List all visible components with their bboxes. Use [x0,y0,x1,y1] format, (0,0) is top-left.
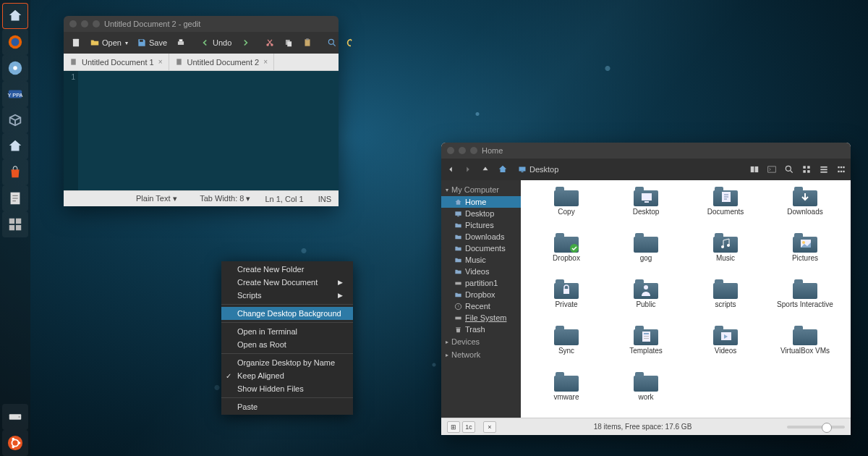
tab-width[interactable]: Tab Width: 8 ▾ [200,194,250,203]
launcher-virtualbox[interactable] [2,107,28,133]
sidebar-item[interactable]: Videos [441,266,521,277]
file-item[interactable]: Desktop [606,187,686,231]
undo-button[interactable]: Undo [197,36,234,49]
minimize-icon[interactable] [81,20,88,28]
fm-titlebar[interactable]: Home [441,143,851,159]
launcher-workspace-switcher[interactable] [2,211,28,237]
file-item[interactable]: Dropbox [527,234,606,277]
cut-button[interactable] [262,36,278,49]
menu-item[interactable]: Keep Aligned [221,369,353,382]
zoom-slider[interactable] [787,426,845,428]
maximize-icon[interactable] [470,147,477,154]
file-item[interactable]: Templates [606,326,686,370]
sidebar-item[interactable]: Desktop [441,208,521,219]
new-doc-button[interactable] [68,36,84,49]
sidebar-item[interactable]: Downloads [441,231,521,242]
tree-toggle[interactable]: 1c [462,421,475,433]
file-item[interactable]: Sports Interactive [765,280,845,324]
sidebar-item[interactable]: Pictures [441,219,521,231]
sidebar-section-header[interactable]: Network [441,348,521,361]
launcher-software-center[interactable] [2,159,28,185]
file-item[interactable]: Videos [686,326,765,370]
toggle-pane-icon[interactable] [749,164,760,174]
back-button[interactable] [446,164,456,174]
launcher-disc-app[interactable] [2,55,28,81]
menu-item[interactable]: Open in Terminal [221,325,353,338]
sidebar-item[interactable]: Home [441,196,521,208]
sidebar-item[interactable]: Recent [441,300,521,312]
menu-item[interactable]: Change Desktop Background [221,307,353,320]
up-button[interactable] [480,164,490,174]
file-item[interactable]: Documents [686,187,765,231]
open-button[interactable]: Open▾ [87,36,131,49]
compact-view-button[interactable] [836,164,846,174]
redo-button[interactable] [237,36,253,49]
sidebar-item[interactable]: partition1 [441,277,521,289]
launcher-drive[interactable] [2,404,28,430]
fm-icon-view[interactable]: CopyDesktopDocumentsDownloadsDropboxgogM… [521,180,851,418]
sidebar-item[interactable]: Music [441,254,521,266]
editor-area[interactable]: 1 [64,71,339,190]
editor-tab[interactable]: Untitled Document 2× [169,54,275,70]
paste-button[interactable] [299,36,315,49]
print-button[interactable] [173,36,189,49]
svg-rect-37 [803,166,806,169]
sidebar-section-header[interactable]: My Computer [441,183,521,196]
menu-item[interactable]: Paste [221,400,353,413]
editor-tab[interactable]: Untitled Document 1× [64,54,169,70]
save-button[interactable]: Save [134,36,170,49]
sidebar-item[interactable]: Documents [441,242,521,254]
file-item[interactable]: gog [606,234,686,277]
syntax-mode[interactable]: Plain Text ▾ [136,194,177,203]
launcher-firefox[interactable] [2,29,28,55]
close-icon[interactable] [69,20,77,28]
gedit-titlebar[interactable]: Untitled Document 2 - gedit [64,16,339,32]
list-view-button[interactable] [819,164,829,174]
svg-point-60 [721,245,724,248]
folder-icon [634,373,658,392]
forward-button[interactable] [463,164,473,174]
sidebar-section-header[interactable]: Devices [441,335,521,348]
menu-item[interactable]: Open as Root [221,338,353,351]
copy-button[interactable] [281,36,297,49]
launcher-yppa[interactable]: Y PPA [2,81,28,107]
menu-item[interactable]: Create New Document▶ [221,276,353,289]
close-pane[interactable]: × [483,421,496,433]
file-item[interactable]: Pictures [765,234,845,277]
file-item[interactable]: Copy [527,187,606,231]
file-item[interactable]: scripts [686,280,765,324]
replace-button[interactable] [343,36,359,49]
sidebar-item[interactable]: Trash [441,324,521,335]
menu-item[interactable]: Create New Folder [221,263,353,276]
sidebar-item[interactable]: File System [441,312,521,324]
find-button[interactable] [324,36,340,49]
home-button[interactable] [498,164,508,174]
launcher-ubuntu-dash[interactable] [2,430,28,456]
file-item[interactable]: Downloads [765,187,845,231]
minimize-icon[interactable] [459,147,466,154]
search-icon[interactable] [784,164,794,174]
file-item[interactable]: VirtualBox VMs [765,326,845,370]
close-icon[interactable] [447,147,454,154]
menu-item[interactable]: Show Hidden Files [221,382,353,395]
icon-view-button[interactable] [801,164,812,174]
close-tab-icon[interactable]: × [158,58,163,66]
launcher-home-alt[interactable] [2,133,28,159]
file-item[interactable]: Private [527,280,606,324]
path-bar[interactable]: Desktop [518,165,558,174]
file-item[interactable]: work [606,373,686,416]
menu-item[interactable]: Scripts▶ [221,289,353,302]
file-item[interactable]: Music [686,234,765,277]
sidebar-item[interactable]: Dropbox [441,289,521,300]
file-item[interactable]: Sync [527,326,606,370]
file-item[interactable]: vmware [527,373,606,416]
file-item[interactable]: Public [606,280,686,324]
terminal-icon[interactable] [767,164,777,174]
folder-icon [793,187,817,206]
launcher-files-shortcut[interactable] [2,3,28,29]
menu-item[interactable]: Organize Desktop by Name [221,356,353,369]
launcher-text-editor[interactable] [2,185,28,211]
close-tab-icon[interactable]: × [263,58,268,66]
maximize-icon[interactable] [93,20,100,28]
places-toggle[interactable]: ⊞ [447,421,460,433]
